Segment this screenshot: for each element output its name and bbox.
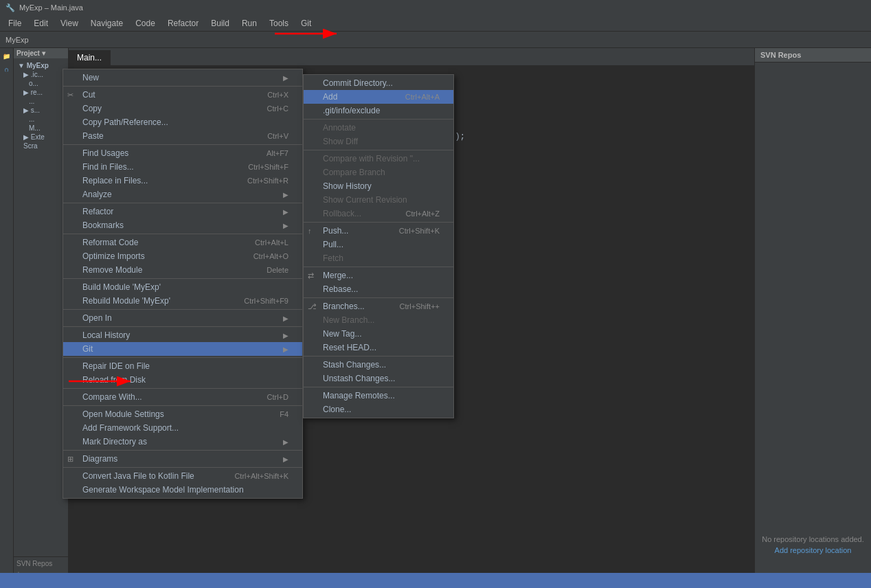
merge-icon: ⇄ [308, 271, 314, 280]
ctx-cut[interactable]: ✂ Cut Ctrl+X [63, 88, 302, 102]
ctx-remove-module[interactable]: Remove Module Delete [63, 263, 302, 277]
context-menu-git: Commit Directory... Add Ctrl+Alt+A .git/… [303, 74, 454, 418]
ctx-sep [63, 234, 302, 234]
ctx-new-arrow: ▶ [283, 74, 289, 82]
ctx-sep [63, 278, 302, 279]
git-rebase[interactable]: Rebase... [304, 282, 453, 296]
ctx-repair-ide[interactable]: Repair IDE on File [63, 359, 302, 373]
ctx-bookmarks-arrow: ▶ [283, 222, 289, 229]
menu-refactor[interactable]: Refactor [162, 17, 204, 30]
menu-git[interactable]: Git [295, 17, 317, 30]
tree-item-s2[interactable]: ... [15, 115, 67, 124]
git-reset-head[interactable]: Reset HEAD... [304, 341, 453, 354]
ctx-replace-in-files[interactable]: Replace in Files... Ctrl+Shift+R [63, 174, 302, 188]
tree-item-re[interactable]: ▶ re... [15, 88, 67, 97]
ctx-mark-dir-arrow: ▶ [283, 438, 289, 446]
tree-item-s[interactable]: ▶ s... [15, 106, 67, 115]
context-menu-main: New ▶ ✂ Cut Ctrl+X Copy Ctrl+C Copy Path… [63, 69, 303, 499]
git-annotate: Annotate [304, 121, 453, 135]
tree-item-re2[interactable]: ... [15, 97, 67, 106]
branches-icon: ⎇ [308, 302, 317, 311]
git-push[interactable]: ↑ Push... Ctrl+Shift+K [304, 224, 453, 238]
project-icon[interactable]: 📁 [1, 51, 12, 62]
ctx-sep [63, 450, 302, 451]
tree-item-exte[interactable]: ▶ Exte [15, 133, 67, 142]
ctx-analyze[interactable]: Analyze ▶ [63, 188, 302, 201]
ctx-sep [63, 388, 302, 389]
breadcrumb-text: MyExp [5, 36, 29, 44]
tree-item-m[interactable]: M... [15, 124, 67, 133]
diagrams-icon: ⊞ [67, 455, 73, 464]
git-manage-remotes[interactable]: Manage Remotes... [304, 389, 453, 403]
tree-item-scra[interactable]: Scra [15, 142, 67, 150]
menu-edit[interactable]: Edit [28, 17, 54, 30]
ctx-local-history-arrow: ▶ [283, 332, 289, 339]
ctx-refactor[interactable]: Refactor ▶ [63, 205, 302, 218]
editor-tab-main[interactable]: Main... [69, 50, 111, 65]
tree-item-myexp[interactable]: ▼ MyExp [15, 61, 67, 70]
menu-navigate[interactable]: Navigate [85, 17, 128, 30]
ctx-reload[interactable]: Reload from Disk [63, 373, 302, 387]
git-gitinfo-exclude[interactable]: .git/info/exclude [304, 104, 453, 117]
ctx-sep [63, 86, 302, 87]
ctx-bookmarks[interactable]: Bookmarks ▶ [63, 218, 302, 232]
ctx-new[interactable]: New ▶ [63, 71, 302, 84]
left-icon-bar: 📁 C [0, 48, 14, 588]
ctx-copy-path[interactable]: Copy Path/Reference... [63, 115, 302, 129]
right-panel: SVN Repos No repository locations added.… [754, 48, 871, 588]
git-new-tag[interactable]: New Tag... [304, 327, 453, 341]
ctx-copy[interactable]: Copy Ctrl+C [63, 102, 302, 115]
commit-icon[interactable]: C [1, 65, 12, 76]
project-panel-title[interactable]: Project ▾ [14, 48, 68, 58]
menu-file[interactable]: File [3, 17, 27, 30]
sidebar-panel: ▼ MyExp ▶ .ic... o... ▶ re... ... ▶ s...… [14, 58, 68, 153]
git-unstash[interactable]: Unstash Changes... [304, 372, 453, 385]
ctx-find-in-files[interactable]: Find in Files... Ctrl+Shift+F [63, 160, 302, 174]
ctx-compare-with[interactable]: Compare With... Ctrl+D [63, 390, 302, 404]
git-commit-dir[interactable]: Commit Directory... [304, 76, 453, 90]
ctx-open-module-settings[interactable]: Open Module Settings F4 [63, 407, 302, 421]
ctx-paste[interactable]: Paste Ctrl+V [63, 129, 302, 143]
menu-code[interactable]: Code [130, 17, 161, 30]
git-add[interactable]: Add Ctrl+Alt+A [304, 90, 453, 104]
git-clone[interactable]: Clone... [304, 403, 453, 416]
ctx-add-framework[interactable]: Add Framework Support... [63, 421, 302, 435]
cut-icon: ✂ [67, 91, 73, 100]
git-show-history[interactable]: Show History [304, 179, 453, 193]
ctx-git-arrow: ▶ [283, 346, 289, 353]
git-merge[interactable]: ⇄ Merge... [304, 269, 453, 282]
ctx-mark-directory[interactable]: Mark Directory as ▶ [63, 435, 302, 449]
ctx-open-in-arrow: ▶ [283, 315, 289, 322]
no-repo-text: No repository locations added. [762, 535, 864, 543]
ctx-diagrams[interactable]: ⊞ Diagrams ▶ [63, 452, 302, 466]
ctx-optimize-imports[interactable]: Optimize Imports Ctrl+Alt+O [63, 249, 302, 263]
ctx-build-module[interactable]: Build Module 'MyExp' [63, 280, 302, 294]
ctx-git[interactable]: Git ▶ [63, 342, 302, 356]
ctx-find-usages[interactable]: Find Usages Alt+F7 [63, 146, 302, 160]
menu-view[interactable]: View [55, 17, 84, 30]
ctx-local-history[interactable]: Local History ▶ [63, 328, 302, 342]
add-repository-link[interactable]: Add repository location [775, 546, 852, 554]
tree-item-o[interactable]: o... [15, 79, 67, 88]
svn-title[interactable]: SVN Repos [16, 560, 65, 567]
ctx-convert-java[interactable]: Convert Java File to Kotlin File Ctrl+Al… [63, 469, 302, 483]
ctx-diagrams-arrow: ▶ [283, 455, 289, 463]
ctx-rebuild-module[interactable]: Rebuild Module 'MyExp' Ctrl+Shift+F9 [63, 294, 302, 308]
git-new-branch: New Branch... [304, 313, 453, 327]
breadcrumb: MyExp [0, 32, 871, 48]
menu-run[interactable]: Run [236, 17, 262, 30]
git-pull[interactable]: Pull... [304, 238, 453, 251]
git-stash[interactable]: Stash Changes... [304, 358, 453, 372]
ctx-generate-workspace[interactable]: Generate Workspace Model Implementation [63, 483, 302, 497]
ctx-reformat[interactable]: Reformat Code Ctrl+Alt+L [63, 236, 302, 249]
menu-build[interactable]: Build [205, 17, 235, 30]
ctx-open-in[interactable]: Open In ▶ [63, 311, 302, 325]
app-icon: 🔧 [5, 3, 15, 12]
ctx-sep [304, 222, 453, 223]
ctx-sep [63, 203, 302, 203]
menu-tools[interactable]: Tools [264, 17, 294, 30]
tree-item-ic[interactable]: ▶ .ic... [15, 70, 67, 79]
ctx-sep [63, 144, 302, 145]
ctx-sep [304, 297, 453, 298]
git-branches[interactable]: ⎇ Branches... Ctrl+Shift++ [304, 299, 453, 313]
